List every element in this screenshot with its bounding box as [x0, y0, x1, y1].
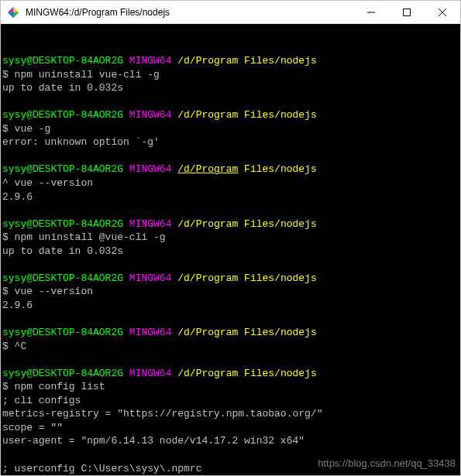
- svg-marker-1: [13, 7, 19, 12]
- output-line: 2.9.6: [2, 190, 459, 204]
- prompt-line: sysy@DESKTOP-84AOR2G MINGW64 /d/Program …: [2, 108, 459, 122]
- command-line: $ vue -g: [2, 122, 459, 136]
- command-line: $ vue --version: [2, 285, 459, 299]
- command-line: $ ^C: [2, 340, 459, 354]
- output-line: scope = "": [2, 421, 459, 435]
- prompt-line: sysy@DESKTOP-84AOR2G MINGW64 /d/Program …: [2, 163, 459, 176]
- blank-line: [2, 204, 459, 217]
- terminal-content: sysy@DESKTOP-84AOR2G MINGW64 /d/Program …: [2, 54, 459, 475]
- command-line: $ npm config list: [2, 380, 459, 394]
- output-line: 2.9.6: [2, 299, 459, 313]
- window-frame: MINGW64:/d/Program Files/nodejs sysy@DES…: [0, 0, 461, 476]
- command-line: $ npm uninstall vue-cli -g: [2, 68, 459, 82]
- prompt-line: sysy@DESKTOP-84AOR2G MINGW64 /d/Program …: [2, 54, 459, 68]
- maximize-button[interactable]: [389, 1, 425, 24]
- svg-marker-3: [8, 12, 13, 18]
- command-line: $ npm uninstall @vue-cli -g: [2, 231, 459, 245]
- output-line: error: unknown option `-g': [2, 135, 459, 149]
- output-line: metrics-registry = "https://registry.npm…: [2, 407, 459, 421]
- command-line: ^ vue --version: [2, 176, 459, 190]
- output-line: ; cli configs: [2, 394, 459, 408]
- output-line: up to date in 0.032s: [2, 245, 459, 259]
- window-controls: [353, 1, 460, 24]
- terminal-body[interactable]: sysy@DESKTOP-84AOR2G MINGW64 /d/Program …: [1, 24, 460, 475]
- minimize-button[interactable]: [353, 1, 389, 24]
- output-line: [2, 448, 459, 462]
- output-line: user-agent = "npm/6.14.13 node/v14.17.2 …: [2, 434, 459, 448]
- blank-line: [2, 353, 459, 367]
- blank-line: [2, 95, 459, 109]
- svg-marker-2: [13, 12, 19, 18]
- prompt-line: sysy@DESKTOP-84AOR2G MINGW64 /d/Program …: [2, 272, 459, 286]
- window-title: MINGW64:/d/Program Files/nodejs: [26, 7, 353, 18]
- blank-line: [2, 312, 459, 326]
- close-button[interactable]: [425, 1, 460, 24]
- prompt-line: sysy@DESKTOP-84AOR2G MINGW64 /d/Program …: [2, 326, 459, 340]
- mingw-icon: [7, 6, 19, 19]
- titlebar[interactable]: MINGW64:/d/Program Files/nodejs: [1, 1, 460, 24]
- prompt-line: sysy@DESKTOP-84AOR2G MINGW64 /d/Program …: [2, 217, 459, 231]
- svg-rect-5: [404, 9, 411, 15]
- prompt-line: sysy@DESKTOP-84AOR2G MINGW64 /d/Program …: [2, 367, 459, 381]
- blank-line: [2, 258, 459, 272]
- output-line: up to date in 0.032s: [2, 81, 459, 95]
- output-line: ; userconfig C:\Users\sysy\.npmrc: [2, 462, 459, 476]
- blank-line: [2, 149, 459, 163]
